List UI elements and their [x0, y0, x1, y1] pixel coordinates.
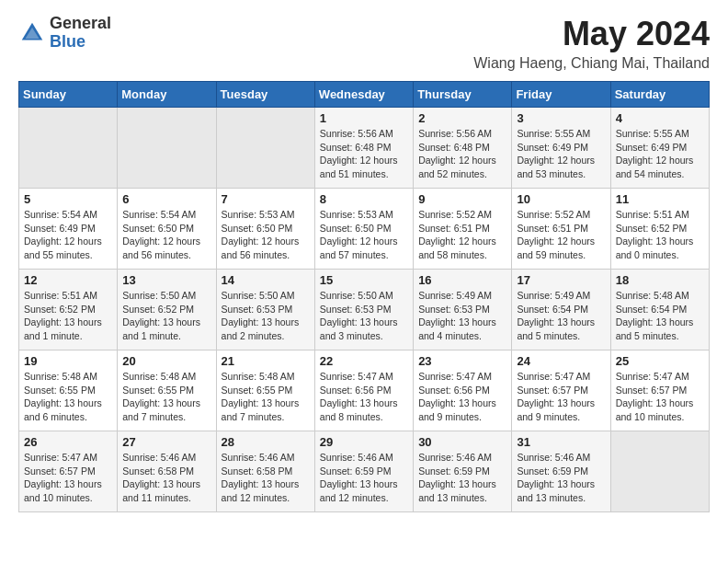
- calendar-cell: 3Sunrise: 5:55 AM Sunset: 6:49 PM Daylig…: [512, 108, 610, 189]
- day-info: Sunrise: 5:49 AM Sunset: 6:54 PM Dayligh…: [517, 289, 605, 343]
- day-number: 27: [122, 435, 210, 449]
- day-info: Sunrise: 5:53 AM Sunset: 6:50 PM Dayligh…: [222, 208, 310, 262]
- calendar-week-2: 5Sunrise: 5:54 AM Sunset: 6:49 PM Daylig…: [19, 189, 710, 270]
- day-number: 8: [320, 192, 408, 206]
- day-header-sunday: Sunday: [19, 82, 118, 108]
- calendar-cell: 12Sunrise: 5:51 AM Sunset: 6:52 PM Dayli…: [19, 270, 118, 350]
- calendar-title: May 2024: [473, 15, 710, 53]
- day-info: Sunrise: 5:50 AM Sunset: 6:53 PM Dayligh…: [222, 289, 310, 343]
- logo-text: General Blue: [50, 15, 111, 52]
- calendar-cell: 30Sunrise: 5:46 AM Sunset: 6:59 PM Dayli…: [414, 431, 512, 512]
- day-number: 11: [616, 192, 704, 206]
- calendar-cell: 26Sunrise: 5:47 AM Sunset: 6:57 PM Dayli…: [19, 431, 118, 512]
- day-info: Sunrise: 5:50 AM Sunset: 6:53 PM Dayligh…: [320, 289, 408, 343]
- day-info: Sunrise: 5:56 AM Sunset: 6:48 PM Dayligh…: [418, 127, 506, 181]
- calendar-cell: 13Sunrise: 5:50 AM Sunset: 6:52 PM Dayli…: [118, 270, 216, 350]
- day-number: 29: [320, 435, 408, 449]
- calendar-cell: 15Sunrise: 5:50 AM Sunset: 6:53 PM Dayli…: [314, 270, 413, 350]
- calendar-cell: [19, 108, 118, 189]
- calendar-cell: 25Sunrise: 5:47 AM Sunset: 6:57 PM Dayli…: [610, 350, 709, 431]
- day-info: Sunrise: 5:47 AM Sunset: 6:57 PM Dayligh…: [517, 370, 605, 424]
- day-info: Sunrise: 5:48 AM Sunset: 6:54 PM Dayligh…: [616, 289, 704, 343]
- day-number: 22: [320, 354, 408, 368]
- day-header-wednesday: Wednesday: [314, 82, 413, 108]
- calendar-week-1: 1Sunrise: 5:56 AM Sunset: 6:48 PM Daylig…: [19, 108, 710, 189]
- day-info: Sunrise: 5:46 AM Sunset: 6:58 PM Dayligh…: [222, 451, 310, 505]
- day-number: 6: [122, 192, 210, 206]
- day-info: Sunrise: 5:50 AM Sunset: 6:52 PM Dayligh…: [122, 289, 210, 343]
- day-number: 20: [122, 354, 210, 368]
- day-number: 21: [222, 354, 310, 368]
- calendar-header: SundayMondayTuesdayWednesdayThursdayFrid…: [19, 82, 710, 108]
- day-number: 24: [517, 354, 605, 368]
- day-number: 18: [616, 273, 704, 287]
- day-info: Sunrise: 5:47 AM Sunset: 6:57 PM Dayligh…: [24, 451, 112, 505]
- calendar-cell: 29Sunrise: 5:46 AM Sunset: 6:59 PM Dayli…: [314, 431, 413, 512]
- day-number: 15: [320, 273, 408, 287]
- day-number: 30: [418, 435, 506, 449]
- day-info: Sunrise: 5:47 AM Sunset: 6:56 PM Dayligh…: [418, 370, 506, 424]
- day-info: Sunrise: 5:56 AM Sunset: 6:48 PM Dayligh…: [320, 127, 408, 181]
- calendar-subtitle: Wiang Haeng, Chiang Mai, Thailand: [473, 55, 710, 72]
- day-info: Sunrise: 5:46 AM Sunset: 6:58 PM Dayligh…: [122, 451, 210, 505]
- day-header-friday: Friday: [512, 82, 610, 108]
- calendar-cell: 28Sunrise: 5:46 AM Sunset: 6:58 PM Dayli…: [216, 431, 314, 512]
- calendar-cell: 9Sunrise: 5:52 AM Sunset: 6:51 PM Daylig…: [414, 189, 512, 270]
- calendar-cell: 18Sunrise: 5:48 AM Sunset: 6:54 PM Dayli…: [610, 270, 709, 350]
- day-info: Sunrise: 5:55 AM Sunset: 6:49 PM Dayligh…: [616, 127, 704, 181]
- day-number: 2: [418, 111, 506, 125]
- day-number: 9: [418, 192, 506, 206]
- day-number: 25: [616, 354, 704, 368]
- day-info: Sunrise: 5:52 AM Sunset: 6:51 PM Dayligh…: [517, 208, 605, 262]
- calendar-cell: 24Sunrise: 5:47 AM Sunset: 6:57 PM Dayli…: [512, 350, 610, 431]
- calendar-week-3: 12Sunrise: 5:51 AM Sunset: 6:52 PM Dayli…: [19, 270, 710, 350]
- days-of-week-row: SundayMondayTuesdayWednesdayThursdayFrid…: [19, 82, 710, 108]
- calendar-cell: 17Sunrise: 5:49 AM Sunset: 6:54 PM Dayli…: [512, 270, 610, 350]
- calendar-cell: 20Sunrise: 5:48 AM Sunset: 6:55 PM Dayli…: [118, 350, 216, 431]
- day-number: 28: [222, 435, 310, 449]
- day-number: 17: [517, 273, 605, 287]
- day-number: 26: [24, 435, 112, 449]
- day-header-saturday: Saturday: [610, 82, 709, 108]
- title-block: May 2024 Wiang Haeng, Chiang Mai, Thaila…: [473, 15, 710, 72]
- day-header-tuesday: Tuesday: [216, 82, 314, 108]
- day-header-monday: Monday: [118, 82, 216, 108]
- day-number: 14: [222, 273, 310, 287]
- logo: General Blue: [18, 15, 111, 52]
- day-info: Sunrise: 5:49 AM Sunset: 6:53 PM Dayligh…: [418, 289, 506, 343]
- calendar-cell: 22Sunrise: 5:47 AM Sunset: 6:56 PM Dayli…: [314, 350, 413, 431]
- day-info: Sunrise: 5:54 AM Sunset: 6:50 PM Dayligh…: [122, 208, 210, 262]
- day-info: Sunrise: 5:53 AM Sunset: 6:50 PM Dayligh…: [320, 208, 408, 262]
- page-header: General Blue May 2024 Wiang Haeng, Chian…: [18, 15, 710, 72]
- calendar-cell: 27Sunrise: 5:46 AM Sunset: 6:58 PM Dayli…: [118, 431, 216, 512]
- calendar-cell: 31Sunrise: 5:46 AM Sunset: 6:59 PM Dayli…: [512, 431, 610, 512]
- logo-icon: [18, 19, 46, 47]
- day-info: Sunrise: 5:47 AM Sunset: 6:57 PM Dayligh…: [616, 370, 704, 424]
- day-info: Sunrise: 5:51 AM Sunset: 6:52 PM Dayligh…: [24, 289, 112, 343]
- calendar-cell: 8Sunrise: 5:53 AM Sunset: 6:50 PM Daylig…: [314, 189, 413, 270]
- day-info: Sunrise: 5:55 AM Sunset: 6:49 PM Dayligh…: [517, 127, 605, 181]
- day-info: Sunrise: 5:46 AM Sunset: 6:59 PM Dayligh…: [320, 451, 408, 505]
- calendar-week-4: 19Sunrise: 5:48 AM Sunset: 6:55 PM Dayli…: [19, 350, 710, 431]
- calendar-cell: 14Sunrise: 5:50 AM Sunset: 6:53 PM Dayli…: [216, 270, 314, 350]
- day-info: Sunrise: 5:47 AM Sunset: 6:56 PM Dayligh…: [320, 370, 408, 424]
- day-number: 10: [517, 192, 605, 206]
- calendar-table: SundayMondayTuesdayWednesdayThursdayFrid…: [18, 81, 710, 512]
- calendar-cell: 1Sunrise: 5:56 AM Sunset: 6:48 PM Daylig…: [314, 108, 413, 189]
- day-number: 13: [122, 273, 210, 287]
- calendar-cell: 11Sunrise: 5:51 AM Sunset: 6:52 PM Dayli…: [610, 189, 709, 270]
- day-info: Sunrise: 5:48 AM Sunset: 6:55 PM Dayligh…: [222, 370, 310, 424]
- calendar-cell: 2Sunrise: 5:56 AM Sunset: 6:48 PM Daylig…: [414, 108, 512, 189]
- day-info: Sunrise: 5:52 AM Sunset: 6:51 PM Dayligh…: [418, 208, 506, 262]
- day-info: Sunrise: 5:51 AM Sunset: 6:52 PM Dayligh…: [616, 208, 704, 262]
- day-header-thursday: Thursday: [414, 82, 512, 108]
- calendar-cell: 21Sunrise: 5:48 AM Sunset: 6:55 PM Dayli…: [216, 350, 314, 431]
- day-info: Sunrise: 5:48 AM Sunset: 6:55 PM Dayligh…: [122, 370, 210, 424]
- calendar-cell: 23Sunrise: 5:47 AM Sunset: 6:56 PM Dayli…: [414, 350, 512, 431]
- day-number: 4: [616, 111, 704, 125]
- day-info: Sunrise: 5:46 AM Sunset: 6:59 PM Dayligh…: [517, 451, 605, 505]
- calendar-cell: [118, 108, 216, 189]
- calendar-body: 1Sunrise: 5:56 AM Sunset: 6:48 PM Daylig…: [19, 108, 710, 512]
- calendar-cell: 6Sunrise: 5:54 AM Sunset: 6:50 PM Daylig…: [118, 189, 216, 270]
- calendar-cell: 4Sunrise: 5:55 AM Sunset: 6:49 PM Daylig…: [610, 108, 709, 189]
